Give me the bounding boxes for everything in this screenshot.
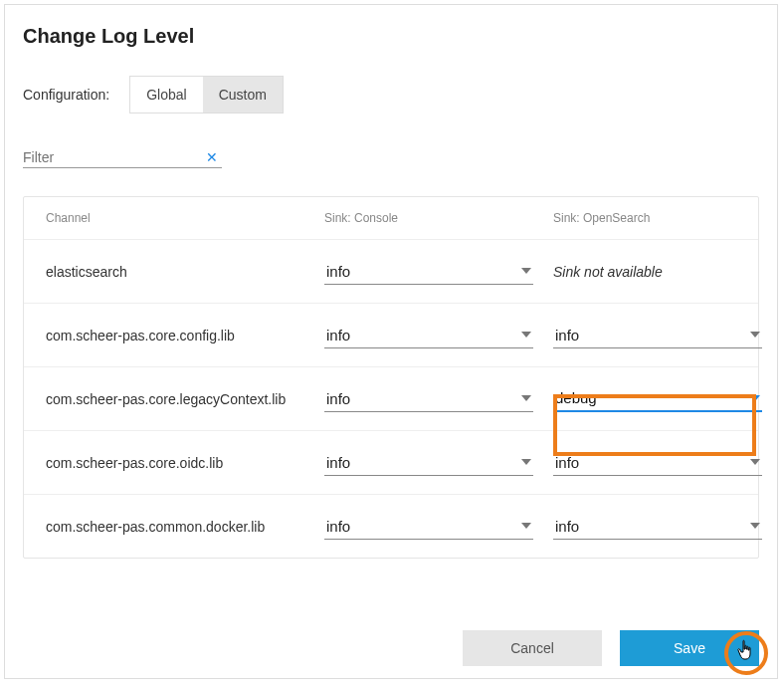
chevron-down-icon [521, 332, 531, 338]
select-value: info [555, 327, 579, 343]
channel-name: com.scheer-pas.common.docker.lib [46, 519, 324, 535]
select-value: info [326, 327, 350, 343]
console-level-select[interactable]: info [324, 514, 533, 540]
table-row: com.scheer-pas.core.legacyContext.lib in… [24, 366, 758, 430]
chevron-down-icon [521, 459, 531, 465]
filter-field[interactable]: ✕ [23, 149, 222, 168]
header-sink-opensearch: Sink: OpenSearch [553, 211, 782, 225]
chevron-down-icon [750, 459, 760, 465]
chevron-down-icon [521, 395, 531, 401]
console-level-select[interactable]: info [324, 450, 533, 476]
channel-name: com.scheer-pas.core.legacyContext.lib [46, 391, 324, 407]
select-value: info [326, 454, 350, 471]
select-value: info [326, 263, 350, 280]
change-log-level-dialog: Change Log Level Configuration: Global C… [4, 4, 778, 679]
table-row: com.scheer-pas.core.config.lib info info [24, 303, 758, 366]
configuration-toggle: Global Custom [129, 76, 284, 114]
save-button[interactable]: Save [620, 630, 759, 666]
table-row: elasticsearch info Sink not available [24, 239, 758, 303]
header-sink-console: Sink: Console [324, 211, 553, 225]
chevron-down-icon [750, 395, 760, 401]
table-header: Channel Sink: Console Sink: OpenSearch [24, 197, 758, 239]
header-channel: Channel [46, 211, 324, 225]
select-value: info [326, 390, 350, 407]
table-row: com.scheer-pas.core.oidc.lib info info [24, 430, 758, 494]
opensearch-level-select[interactable]: debug [553, 385, 762, 412]
log-level-table: Channel Sink: Console Sink: OpenSearch e… [23, 196, 759, 559]
configuration-row: Configuration: Global Custom [23, 76, 759, 114]
console-level-select[interactable]: info [324, 259, 533, 285]
select-value: info [555, 454, 579, 471]
channel-name: elasticsearch [46, 264, 324, 280]
toggle-global[interactable]: Global [130, 77, 202, 113]
select-value: info [555, 518, 579, 535]
select-value: debug [555, 389, 597, 406]
clear-icon[interactable]: ✕ [202, 149, 222, 165]
console-level-select[interactable]: info [324, 323, 533, 348]
sink-not-available: Sink not available [553, 264, 663, 280]
dialog-title: Change Log Level [23, 25, 759, 48]
channel-name: com.scheer-pas.core.config.lib [46, 328, 324, 343]
configuration-label: Configuration: [23, 87, 109, 103]
opensearch-level-select[interactable]: info [553, 514, 762, 540]
toggle-custom[interactable]: Custom [203, 77, 283, 113]
channel-name: com.scheer-pas.core.oidc.lib [46, 455, 324, 471]
chevron-down-icon [521, 523, 531, 529]
chevron-down-icon [521, 268, 531, 274]
cancel-button[interactable]: Cancel [463, 630, 602, 666]
dialog-actions: Cancel Save [463, 630, 759, 666]
table-row: com.scheer-pas.common.docker.lib info in… [24, 494, 758, 558]
select-value: info [326, 518, 350, 535]
opensearch-level-select[interactable]: info [553, 323, 762, 348]
console-level-select[interactable]: info [324, 386, 533, 412]
chevron-down-icon [750, 523, 760, 529]
opensearch-level-select[interactable]: info [553, 450, 762, 476]
chevron-down-icon [750, 332, 760, 338]
filter-input[interactable] [23, 149, 202, 165]
